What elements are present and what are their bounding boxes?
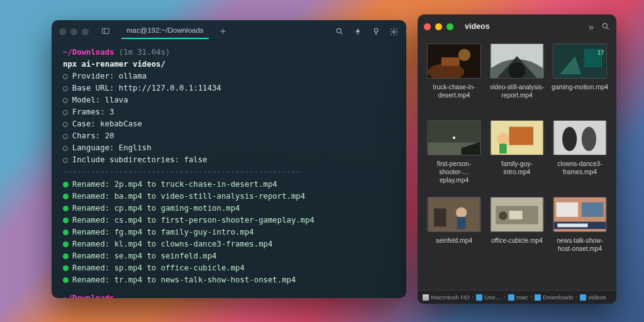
file-name: video-still-analysis-report.mp4 [488, 84, 546, 100]
rename-line: Renamed: sp.mp4 to office-cubicle.mp4 [63, 262, 395, 274]
file-thumbnail: 17 [553, 43, 607, 79]
path-segment[interactable]: Macintosh HD [423, 294, 470, 301]
file-name: family-guy-intro.mp4 [488, 160, 546, 177]
file-thumbnail [553, 197, 607, 232]
file-item[interactable]: seinfeld.mp4 [424, 197, 484, 270]
svg-point-34 [456, 207, 467, 218]
file-name: office-cubicle.mp4 [491, 237, 543, 245]
sidebar-toggle-icon[interactable] [97, 25, 114, 38]
terminal-toolbar [335, 27, 399, 36]
file-item[interactable]: truck-chase-in-desert.mp4 [424, 43, 484, 116]
rename-line: Renamed: kl.mp4 to clowns-dance3-frames.… [63, 238, 395, 250]
config-line: Frames: 3 [63, 106, 395, 118]
rename-line: Renamed: 2p.mp4 to truck-chase-in-desert… [63, 179, 395, 191]
svg-rect-0 [103, 28, 109, 33]
folder-icon [580, 294, 586, 301]
finder-titlebar: videos » [418, 14, 616, 38]
svg-rect-38 [509, 211, 522, 219]
path-segment[interactable]: videos [580, 294, 606, 301]
file-item[interactable]: family-guy-intro.mp4 [487, 120, 547, 193]
rename-line: Renamed: fg.mp4 to family-guy-intro.mp4 [63, 226, 395, 238]
elapsed-time: (1m 31.04s) [119, 48, 170, 57]
settings-icon[interactable] [389, 27, 399, 36]
config-line: Model: llava [63, 94, 395, 106]
finder-icon-grid[interactable]: truck-chase-in-desert.mp4video-still-ana… [418, 38, 616, 290]
search-icon[interactable] [601, 22, 610, 31]
command-palette-icon[interactable] [353, 27, 362, 36]
file-name: seinfeld.mp4 [436, 237, 472, 245]
close-button[interactable] [59, 28, 66, 35]
rename-line: Renamed: se.mp4 to seinfeld.mp4 [63, 250, 395, 262]
svg-text:17: 17 [597, 50, 604, 56]
svg-point-15 [458, 49, 470, 61]
svg-point-27 [497, 133, 509, 145]
folder-icon [508, 294, 514, 301]
divider-line: ----------------------------------------… [63, 166, 395, 178]
maximize-button[interactable] [82, 28, 89, 35]
svg-rect-41 [556, 203, 578, 217]
rename-line: Renamed: cs.mp4 to first-person-shooter-… [63, 214, 395, 226]
file-item[interactable]: office-cubicle.mp4 [487, 197, 547, 270]
file-name: clowns-dance3-frames.mp4 [551, 160, 609, 177]
svg-line-11 [607, 28, 609, 30]
file-name: truck-chase-in-desert.mp4 [425, 84, 483, 100]
svg-point-31 [582, 127, 596, 152]
rename-line: Renamed: ba.mp4 to video-still-analysis-… [63, 191, 395, 203]
file-thumbnail [427, 197, 481, 232]
terminal-output[interactable]: ~/Downloads (1m 31.04s) npx ai-renamer v… [52, 43, 406, 298]
close-button[interactable] [424, 23, 431, 30]
svg-line-3 [340, 33, 342, 35]
finder-path-bar[interactable]: Macintosh HD›Use…›mac›Downloads›videos [418, 290, 616, 304]
minimize-button[interactable] [70, 28, 77, 35]
svg-rect-33 [434, 208, 446, 226]
config-line: Base URL: http://127.0.0.1:11434 [63, 82, 395, 94]
terminal-titlebar: mac@192:~/Downloads + [52, 20, 406, 43]
svg-point-39 [499, 211, 508, 220]
file-item[interactable]: video-still-analysis-report.mp4 [487, 43, 547, 116]
terminal-window: mac@192:~/Downloads + ~/Downloads (1m 31… [52, 20, 406, 298]
prompt-path: ~/Downloads [63, 294, 114, 298]
config-line: Provider: ollama [63, 70, 395, 82]
file-item[interactable]: first-person-shooter-…eplay.mp4 [424, 120, 484, 193]
svg-point-9 [393, 30, 396, 33]
lightbulb-icon[interactable] [371, 27, 380, 36]
chevron-right-icon: › [576, 294, 578, 300]
window-controls [59, 28, 89, 35]
maximize-button[interactable] [447, 23, 453, 30]
path-segment[interactable]: Use… [476, 294, 501, 301]
svg-marker-5 [356, 32, 359, 35]
more-icon[interactable]: » [589, 21, 594, 32]
svg-rect-28 [499, 144, 507, 153]
rename-line: Renamed: cp.mp4 to gaming-motion.mp4 [63, 203, 395, 214]
config-line: Language: English [63, 142, 395, 154]
disk-icon [423, 294, 429, 301]
file-thumbnail [427, 120, 481, 155]
config-line: Include subdirectories: false [63, 154, 395, 166]
minimize-button[interactable] [435, 23, 442, 30]
command-line: npx ai-renamer videos/ [63, 58, 395, 70]
new-tab-button[interactable]: + [214, 25, 233, 38]
chevron-right-icon: › [472, 294, 474, 300]
file-thumbnail [553, 120, 607, 155]
file-name: first-person-shooter-…eplay.mp4 [425, 160, 483, 184]
file-item[interactable]: news-talk-show-host-onset.mp4 [550, 197, 610, 270]
search-icon[interactable] [335, 27, 344, 36]
file-thumbnail [490, 197, 544, 232]
svg-rect-44 [557, 223, 587, 227]
finder-title: videos [465, 22, 490, 31]
path-segment[interactable]: mac [508, 294, 528, 301]
svg-point-24 [453, 136, 455, 139]
prompt-path: ~/Downloads [63, 48, 114, 57]
folder-icon [476, 294, 482, 301]
path-label: Use… [484, 294, 501, 301]
path-segment[interactable]: Downloads [535, 294, 573, 301]
svg-marker-4 [355, 28, 360, 32]
svg-point-10 [602, 23, 607, 28]
file-thumbnail [427, 43, 481, 79]
tab-title: mac@192:~/Downloads [126, 26, 204, 34]
svg-point-2 [336, 28, 341, 33]
file-item[interactable]: clowns-dance3-frames.mp4 [550, 120, 610, 193]
file-item[interactable]: 17gaming-motion.mp4 [550, 43, 610, 116]
file-thumbnail [490, 43, 544, 79]
terminal-tab[interactable]: mac@192:~/Downloads [121, 24, 209, 39]
